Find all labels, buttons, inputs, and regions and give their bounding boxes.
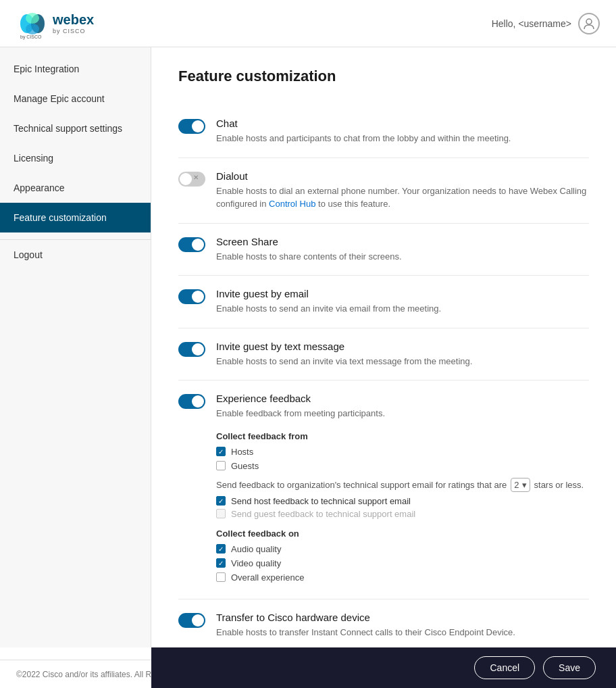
feature-row-experience-feedback: Experience feedback Enable feedback from… [178,380,589,599]
chevron-down-icon: ▾ [522,480,527,490]
chat-title: Chat [216,118,589,129]
feedback-sub-section: Collect feedback from Hosts Guests Send … [216,431,589,583]
screen-share-desc: Enable hosts to share contents of their … [216,250,589,264]
invite-email-toggle[interactable] [178,289,205,304]
sidebar-item-feature-customization[interactable]: Feature customization [0,203,151,232]
header: by CISCO webex by CISCO Hello, <username… [0,0,616,47]
brand-suffix: by CISCO [53,28,94,34]
logo: by CISCO webex by CISCO [16,7,94,40]
sidebar-item-technical-support-settings[interactable]: Technical support settings [0,114,151,143]
svg-point-2 [26,13,39,24]
dialout-desc: Enable hosts to dial an external phone n… [216,185,589,211]
feature-row-invite-text: Invite guest by text message Enable host… [178,328,589,381]
send-guest-label: Send guest feedback to technical support… [231,509,415,519]
sidebar-item-appearance[interactable]: Appearance [0,173,151,203]
invite-email-desc: Enable hosts to send an invite via email… [216,302,589,316]
svg-text:by CISCO: by CISCO [20,34,42,40]
transfer-cisco-toggle[interactable] [178,613,205,628]
invite-text-content: Invite guest by text message Enable host… [216,341,589,368]
hosts-label: Hosts [231,447,253,457]
send-host-checkbox[interactable] [216,496,226,506]
invite-email-content: Invite guest by email Enable hosts to se… [216,288,589,316]
guests-label: Guests [231,461,259,471]
app-name: webex [53,12,94,28]
experience-feedback-content: Experience feedback Enable feedback from… [216,393,589,587]
transfer-cisco-title: Transfer to Cisco hardware device [216,612,589,623]
hosts-checkbox[interactable] [216,447,226,456]
feature-row-transfer-cisco: Transfer to Cisco hardware device Enable… [178,599,589,652]
invite-text-title: Invite guest by text message [216,341,589,352]
video-quality-label: Video quality [231,558,281,568]
logout-button[interactable]: Logout [0,239,151,270]
svg-point-5 [586,19,592,24]
experience-feedback-desc: Enable feedback from meeting participant… [216,407,589,420]
audio-quality-checkbox[interactable] [216,544,226,554]
guests-checkbox-row: Guests [216,461,589,471]
feature-row-dialout: Dialout Enable hosts to dial an external… [178,158,589,224]
avatar[interactable] [578,13,600,34]
feature-row-screen-share: Screen Share Enable hosts to share conte… [178,224,589,276]
overall-experience-checkbox[interactable] [216,572,226,582]
send-guest-row: Send guest feedback to technical support… [216,509,589,519]
video-quality-row: Video quality [216,558,589,568]
layout: Epic Integration Manage Epic account Tec… [0,47,616,688]
send-text-before: Send feedback to organization's technica… [216,480,507,490]
screen-share-title: Screen Share [216,236,589,247]
webex-logo-icon: by CISCO [16,7,49,40]
sidebar-item-licensing[interactable]: Licensing [0,143,151,173]
send-host-label: Send host feedback to technical support … [231,496,411,506]
audio-quality-row: Audio quality [216,544,589,554]
experience-feedback-toggle[interactable] [178,394,205,409]
send-feedback-row: Send feedback to organization's technica… [216,478,589,492]
dialout-toggle[interactable] [178,172,205,187]
stars-value: 2 [514,480,519,490]
control-hub-link[interactable]: Control Hub [269,199,315,209]
chat-toggle[interactable] [178,119,205,134]
invite-text-desc: Enable hosts to send an invite via text … [216,355,589,368]
video-quality-checkbox[interactable] [216,558,226,568]
hosts-checkbox-row: Hosts [216,447,589,457]
screen-share-toggle[interactable] [178,237,205,252]
invite-email-title: Invite guest by email [216,288,589,299]
sidebar-item-manage-epic-account[interactable]: Manage Epic account [0,84,151,114]
greeting-text: Hello, <username> [492,18,571,29]
overall-experience-row: Overall experience [216,572,589,583]
invite-text-toggle[interactable] [178,342,205,357]
header-user-area: Hello, <username> [492,13,600,34]
page-title: Feature customization [178,68,589,85]
sidebar-item-epic-integration[interactable]: Epic Integration [0,54,151,84]
footer-action-bar: Cancel Save [151,647,616,688]
send-host-row: Send host feedback to technical support … [216,496,589,506]
send-guest-checkbox[interactable] [216,509,226,518]
experience-feedback-title: Experience feedback [216,393,589,404]
main-content: Feature customization Chat Enable hosts … [151,47,616,688]
transfer-cisco-desc: Enable hosts to transfer Instant Connect… [216,626,589,639]
overall-experience-label: Overall experience [231,572,304,583]
collect-from-label: Collect feedback from [216,431,589,441]
stars-suffix: stars or less. [534,480,584,490]
transfer-cisco-content: Transfer to Cisco hardware device Enable… [216,612,589,639]
feature-row-invite-email: Invite guest by email Enable hosts to se… [178,276,589,328]
audio-quality-label: Audio quality [231,544,281,554]
chat-content: Chat Enable hosts and participants to ch… [216,118,589,145]
chat-desc: Enable hosts and participants to chat fr… [216,132,589,145]
dialout-content: Dialout Enable hosts to dial an external… [216,170,589,211]
save-button[interactable]: Save [543,656,596,679]
dialout-title: Dialout [216,170,589,182]
screen-share-content: Screen Share Enable hosts to share conte… [216,236,589,264]
collect-on-label: Collect feedback on [216,529,589,539]
cancel-button[interactable]: Cancel [474,656,535,679]
stars-select[interactable]: 2 ▾ [511,478,530,492]
feature-row-chat: Chat Enable hosts and participants to ch… [178,105,589,158]
guests-checkbox[interactable] [216,461,226,470]
dialout-desc-after: to use this feature. [315,199,390,209]
svg-point-3 [26,24,39,34]
sidebar: Epic Integration Manage Epic account Tec… [0,47,151,647]
